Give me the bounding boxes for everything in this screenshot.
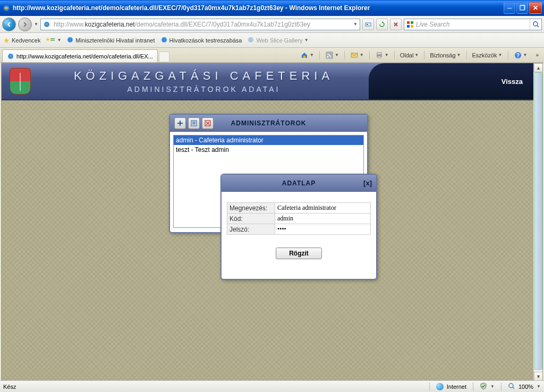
code-input[interactable] <box>277 215 368 223</box>
ie-page-icon <box>160 36 168 45</box>
add-button[interactable] <box>174 117 186 129</box>
search-placeholder: Live Search <box>416 21 449 28</box>
maximize-button[interactable]: ❐ <box>516 2 528 14</box>
svg-rect-5 <box>411 21 413 24</box>
name-input[interactable] <box>277 204 368 212</box>
favorites-add-button[interactable]: ▼ <box>46 36 61 45</box>
favorites-button[interactable]: ★ Kedvencek <box>3 36 40 45</box>
svg-rect-28 <box>192 123 196 123</box>
address-dropdown-icon[interactable]: ▼ <box>351 22 360 27</box>
more-chevron-icon[interactable]: » <box>536 52 539 58</box>
password-label: Jelszó: <box>227 224 275 235</box>
zoom-level[interactable]: 100% <box>518 384 533 390</box>
help-button[interactable]: ?▼ <box>512 50 530 61</box>
address-text: http://www.kozigcafeteria.net/demo/cafet… <box>53 21 351 28</box>
compat-view-button[interactable] <box>362 19 374 30</box>
ie-icon <box>7 53 14 60</box>
svg-rect-21 <box>378 56 381 58</box>
search-button[interactable] <box>530 19 541 30</box>
back-link[interactable]: Vissza <box>502 78 523 86</box>
window-titlebar: http://www.kozigcafeteria.net/demo/cafet… <box>0 0 544 16</box>
svg-rect-3 <box>367 24 368 25</box>
svg-rect-10 <box>50 40 55 41</box>
ie-page-icon <box>247 36 254 45</box>
code-label: Kód: <box>227 214 275 224</box>
svg-rect-7 <box>411 25 413 28</box>
form-panel-title: ADATLAP <box>222 180 376 187</box>
ie-page-icon <box>66 36 74 45</box>
mail-icon <box>350 51 359 59</box>
edit-button[interactable] <box>188 117 200 129</box>
page-menu[interactable]: Oldal▼ <box>398 51 421 59</box>
command-bar: ▼ ▼ ▼ ▼ Oldal▼ Biztonság▼ Eszközök▼ ?▼ » <box>298 48 542 62</box>
favorite-link-0[interactable]: Miniszterelnöki Hivatal intranet <box>66 36 155 45</box>
live-search-icon <box>406 20 414 29</box>
print-icon <box>375 51 384 59</box>
delete-button[interactable] <box>202 117 214 129</box>
search-box[interactable]: Live Search <box>404 19 542 30</box>
favorite-link-1[interactable]: Hivatkozások testreszabása <box>160 36 242 45</box>
protected-mode-icon <box>480 382 487 391</box>
submit-button[interactable]: Rögzít <box>276 248 322 259</box>
globe-icon <box>436 383 444 390</box>
list-item[interactable]: teszt - Teszt admin <box>174 145 363 155</box>
name-label: Megnevezés: <box>227 203 275 214</box>
security-zone: Internet <box>447 384 466 390</box>
status-ready: Kész <box>3 384 16 390</box>
browser-tab[interactable]: http://www.kozigcafeteria.net/demo/cafet… <box>2 49 158 62</box>
forward-button[interactable] <box>18 18 32 31</box>
close-button[interactable]: ✕ <box>529 2 542 14</box>
page-background: KÖZIGAZGATÁSI CAFETERIA ADMINISZTRÁTOROK… <box>2 63 533 381</box>
svg-rect-29 <box>192 124 196 124</box>
form-panel-header: ADATLAP [x] <box>222 175 376 192</box>
app-subtitle: ADMINISZTRÁTOROK ADATAI <box>39 85 369 93</box>
ie-icon <box>2 4 11 12</box>
form-close-button[interactable]: [x] <box>363 179 372 187</box>
navigation-bar: ▼ http://www.kozigcafeteria.net/demo/caf… <box>0 16 544 33</box>
minimize-button[interactable]: ─ <box>504 2 515 14</box>
star-bar-icon <box>46 36 55 45</box>
form-panel: ADATLAP [x] Megnevezés: Kód: Jelszó: <box>220 174 377 280</box>
list-item[interactable]: admin - Cafeteria administrator <box>174 135 363 145</box>
scroll-thumb[interactable] <box>534 72 542 370</box>
scroll-up-button[interactable]: ▲ <box>534 63 543 72</box>
address-bar[interactable]: http://www.kozigcafeteria.net/demo/cafet… <box>40 19 360 30</box>
crest-icon <box>10 68 31 95</box>
stop-button[interactable] <box>390 19 402 30</box>
app-title: KÖZIGAZGATÁSI CAFETERIA <box>39 69 369 83</box>
print-button[interactable]: ▼ <box>373 50 391 61</box>
mail-button[interactable]: ▼ <box>348 50 366 61</box>
back-button[interactable] <box>2 18 16 31</box>
refresh-button[interactable] <box>376 19 388 30</box>
svg-rect-15 <box>303 56 305 58</box>
password-input[interactable] <box>277 225 368 233</box>
favorite-link-2[interactable]: Web Slice Gallery ▼ <box>247 36 308 45</box>
svg-point-12 <box>162 37 167 42</box>
tab-bar: http://www.kozigcafeteria.net/demo/cafet… <box>0 48 544 63</box>
svg-rect-9 <box>50 38 55 39</box>
app-header: KÖZIGAZGATÁSI CAFETERIA ADMINISZTRÁTOROK… <box>2 63 533 100</box>
form-table: Megnevezés: Kód: Jelszó: <box>227 202 371 235</box>
vertical-scrollbar[interactable]: ▲ ▼ <box>533 63 542 381</box>
svg-rect-6 <box>407 25 410 28</box>
svg-point-11 <box>67 37 73 42</box>
svg-text:?: ? <box>516 53 519 58</box>
admin-panel-header: ADMINISZTRÁTOROK <box>170 115 367 132</box>
favorites-bar: ★ Kedvencek ▼ Miniszterelnöki Hivatal in… <box>0 33 544 48</box>
new-tab-button[interactable] <box>159 52 169 62</box>
star-icon: ★ <box>3 36 10 45</box>
svg-point-31 <box>509 384 513 388</box>
content-area: KÖZIGAZGATÁSI CAFETERIA ADMINISZTRÁTOROK… <box>1 63 543 381</box>
status-bar: Kész Internet ▼ 100% ▼ <box>0 380 544 392</box>
svg-point-13 <box>248 37 253 42</box>
tools-menu[interactable]: Eszközök▼ <box>470 51 505 59</box>
zoom-icon[interactable] <box>508 382 515 391</box>
svg-point-8 <box>533 22 538 26</box>
security-menu[interactable]: Biztonság▼ <box>428 51 463 59</box>
home-button[interactable]: ▼ <box>298 50 316 61</box>
rss-button[interactable]: ▼ <box>323 50 341 61</box>
history-dropdown-icon[interactable]: ▼ <box>34 22 38 27</box>
help-icon: ? <box>514 51 522 59</box>
scroll-down-button[interactable]: ▼ <box>534 372 543 381</box>
svg-rect-4 <box>407 21 410 24</box>
